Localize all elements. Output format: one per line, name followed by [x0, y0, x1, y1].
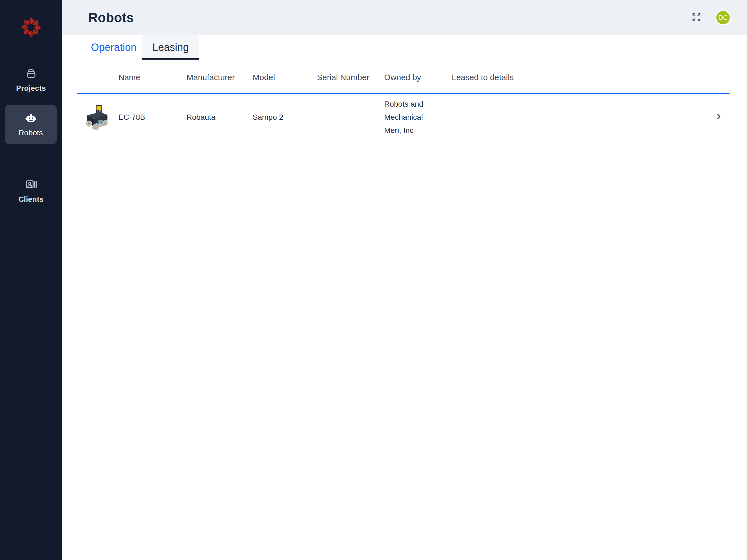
table-row[interactable]: EC-78B Robauta Sampo 2 Robots and Mechan…: [77, 94, 729, 142]
app-logo: [0, 16, 62, 39]
cell-model: Sampo 2: [253, 113, 317, 122]
page-header: Robots DC: [62, 0, 747, 35]
sidebar-divider: [0, 158, 62, 158]
column-header-manufacturer: Manufacturer: [186, 73, 253, 82]
column-header-leased-to-details: Leased to details: [452, 73, 707, 82]
sidebar-item-clients[interactable]: Clients: [0, 178, 62, 204]
robot-thumbnail: [84, 103, 110, 131]
table-header-row: Name Manufacturer Model Serial Number Ow…: [77, 60, 729, 94]
cell-name: EC-78B: [119, 113, 186, 122]
fullscreen-button[interactable]: [689, 10, 704, 25]
robot-head-icon: [25, 112, 37, 126]
column-header-model: Model: [253, 73, 317, 82]
sidebar-item-robots[interactable]: Robots: [5, 105, 57, 144]
chevron-right-icon: [715, 112, 723, 123]
tab-leasing[interactable]: Leasing: [142, 35, 199, 59]
column-header-name: Name: [119, 73, 186, 82]
row-detail-button[interactable]: [707, 112, 729, 123]
stacked-boxes-icon: [25, 68, 37, 80]
column-header-owned-by: Owned by: [384, 73, 452, 82]
user-avatar[interactable]: DC: [716, 10, 730, 25]
page-title: Robots: [88, 10, 134, 25]
cell-owned-by: Robots and Mechanical Men, Inc: [384, 98, 432, 137]
contact-cards-icon: [25, 178, 37, 192]
robot-thumbnail-cell: [77, 103, 119, 131]
cell-manufacturer: Robauta: [186, 113, 253, 122]
eight-point-star-icon: [20, 16, 43, 39]
sidebar-item-label: Clients: [18, 195, 44, 204]
expand-arrows-icon: [691, 12, 702, 23]
tab-operation[interactable]: Operation: [85, 35, 142, 59]
sidebar-item-label: Robots: [19, 128, 43, 137]
column-header-serial-number: Serial Number: [317, 73, 384, 82]
robots-table: Name Manufacturer Model Serial Number Ow…: [77, 60, 729, 142]
sidebar: Projects Robots: [0, 0, 62, 560]
tab-bar: Operation Leasing: [62, 35, 747, 60]
sidebar-item-label: Projects: [16, 84, 46, 93]
app-window: Projects Robots: [0, 0, 747, 560]
main-area: Robots DC Operation Leasing Name Manufac…: [62, 0, 747, 560]
sidebar-item-projects[interactable]: Projects: [0, 68, 62, 93]
